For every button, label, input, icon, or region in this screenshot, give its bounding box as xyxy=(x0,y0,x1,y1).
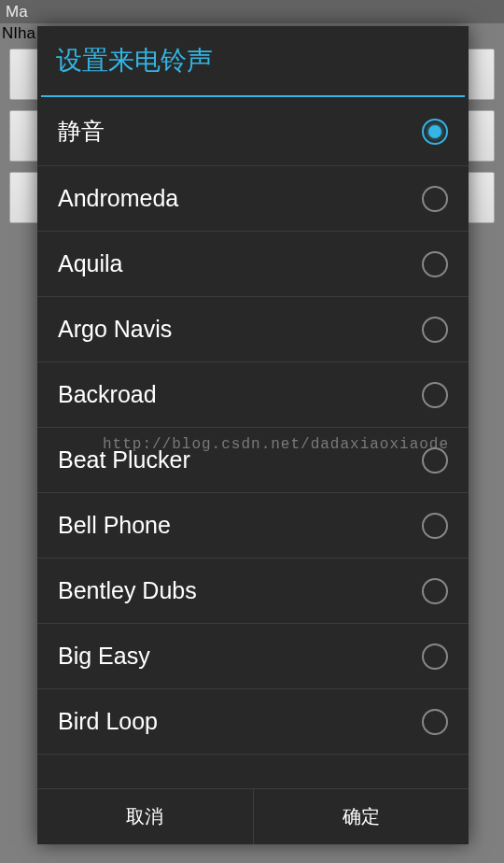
dialog-title: 设置来电铃声 xyxy=(37,26,469,95)
ringtone-label: Backroad xyxy=(58,381,157,408)
activity-title-text: Ma xyxy=(6,3,28,21)
radio-button-icon[interactable] xyxy=(422,513,448,539)
radio-button-icon[interactable] xyxy=(422,447,448,474)
ringtone-item[interactable]: Beat Plucker xyxy=(37,428,469,493)
radio-button-icon[interactable] xyxy=(422,119,448,145)
dialog-footer: 取消 确定 xyxy=(37,788,469,844)
ringtone-item[interactable]: Bird Loop xyxy=(37,689,469,755)
ringtone-label: Beat Plucker xyxy=(58,446,190,474)
ringtone-item[interactable]: Bentley Dubs xyxy=(37,559,469,624)
radio-button-icon[interactable] xyxy=(422,382,448,408)
ringtone-label: Aquila xyxy=(58,250,123,277)
radio-button-icon[interactable] xyxy=(422,644,448,670)
radio-button-icon[interactable] xyxy=(422,578,448,604)
ringtone-label: Big Easy xyxy=(58,643,150,670)
radio-button-icon[interactable] xyxy=(422,317,448,343)
ringtone-list[interactable]: 静音AndromedaAquilaArgo NavisBackroadBeat … xyxy=(37,97,469,788)
cancel-button[interactable]: 取消 xyxy=(37,789,253,844)
ringtone-label: Andromeda xyxy=(58,185,178,212)
radio-button-icon[interactable] xyxy=(422,186,448,212)
ringtone-item[interactable]: Argo Navis xyxy=(37,297,469,362)
radio-selected-dot xyxy=(428,125,441,138)
radio-button-icon[interactable] xyxy=(422,709,448,735)
ringtone-label: Argo Navis xyxy=(58,316,172,343)
ringtone-picker-dialog: 设置来电铃声 静音AndromedaAquilaArgo NavisBackro… xyxy=(37,26,469,844)
ringtone-label: Bird Loop xyxy=(58,708,158,735)
radio-button-icon[interactable] xyxy=(422,251,448,277)
ok-button[interactable]: 确定 xyxy=(254,789,469,844)
ringtone-item[interactable]: Bell Phone xyxy=(37,493,469,559)
ringtone-label: Bell Phone xyxy=(58,512,171,539)
ringtone-item[interactable]: Aquila xyxy=(37,232,469,297)
ringtone-item[interactable]: Backroad xyxy=(37,362,469,428)
ringtone-label: 静音 xyxy=(58,116,105,147)
ringtone-item[interactable]: 静音 xyxy=(37,97,469,166)
ringtone-item[interactable]: Big Easy xyxy=(37,624,469,689)
ringtone-item[interactable]: Andromeda xyxy=(37,166,469,232)
activity-title-bar: Ma xyxy=(0,0,504,23)
ringtone-label: Bentley Dubs xyxy=(58,577,197,604)
